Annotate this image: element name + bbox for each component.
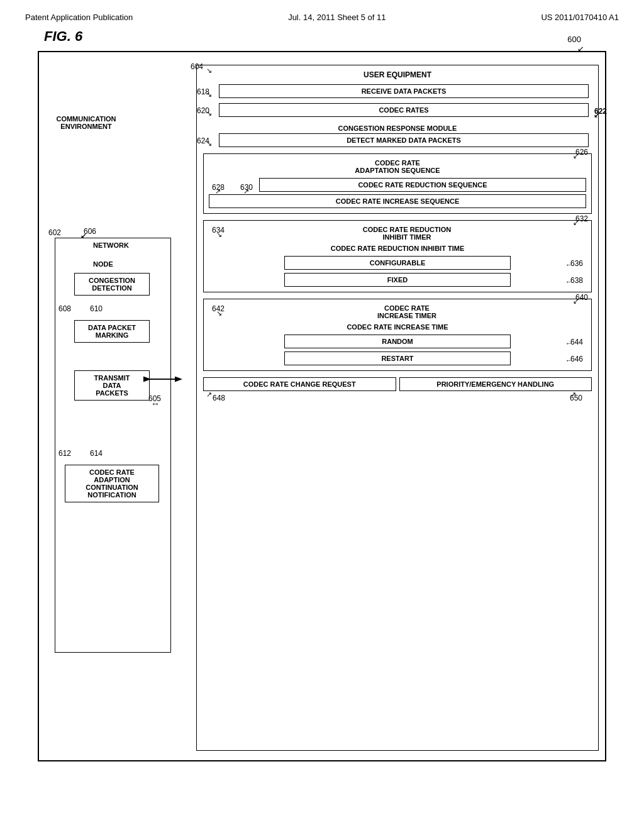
codec-rate-increase-timer-label: CODEC RATEINCREASE TIMER bbox=[228, 304, 586, 319]
arrow-636: ← bbox=[565, 261, 572, 268]
arrow-626: ↙ bbox=[573, 152, 579, 160]
priority-emergency-handling-wrapper: PRIORITY/EMERGENCY HANDLING 650 ↗ bbox=[399, 377, 592, 391]
codec-rate-reduction-inhibit-section: 632 ↙ 634 ↘ CODEC RATE REDUCTIONINHIBIT … bbox=[203, 220, 592, 292]
arrow-638: ← bbox=[565, 278, 572, 285]
codec-rate-adaptation-label: CODEC RATEADAPTATION SEQUENCE bbox=[209, 159, 586, 174]
codec-rate-reduction-sequence-box: CODEC RATE REDUCTION SEQUENCE bbox=[259, 178, 586, 192]
header-middle: Jul. 14, 2011 Sheet 5 of 11 bbox=[288, 13, 386, 22]
arrow-634: ↘ bbox=[216, 231, 222, 239]
codec-rate-reduction-inhibit-time-label: CODEC RATE REDUCTION INHIBIT TIME bbox=[209, 245, 586, 252]
receive-data-packets-box: RECEIVE DATA PACKETS bbox=[219, 84, 589, 98]
fixed-box: FIXED bbox=[284, 273, 511, 287]
diagram-ref: 600 bbox=[567, 35, 581, 44]
data-packet-marking-box: DATA PACKETMARKING bbox=[74, 320, 150, 343]
codec-rate-adaption-box: CODEC RATEADAPTIONCONTINUATIONNOTIFICATI… bbox=[65, 465, 159, 502]
ref-614: 614 bbox=[90, 449, 103, 458]
ref-610: 610 bbox=[90, 304, 103, 313]
detect-marked-box: DETECT MARKED DATA PACKETS bbox=[219, 133, 589, 147]
priority-emergency-handling-box: PRIORITY/EMERGENCY HANDLING bbox=[399, 377, 592, 391]
arrow-650: ↗ bbox=[570, 390, 576, 399]
transmit-data-packets-box: TRANSMITDATAPACKETS bbox=[74, 370, 150, 401]
node-label: NODE bbox=[93, 260, 113, 268]
arrow-644: ← bbox=[565, 340, 572, 347]
header-left: Patent Application Publication bbox=[25, 13, 133, 22]
codec-rate-increase-time-label: CODEC RATE INCREASE TIME bbox=[209, 323, 586, 331]
arrow-642: ↘ bbox=[216, 309, 222, 318]
arrow-630: ↗ bbox=[243, 187, 249, 196]
codec-rate-reduction-inhibit-timer-label: CODEC RATE REDUCTIONINHIBIT TIMER bbox=[228, 226, 586, 241]
network-label: NETWORK bbox=[93, 241, 129, 249]
diagram-container: COMMUNICATION ENVIRONMENT 602 606 ↙ NETW… bbox=[38, 51, 606, 761]
codec-rate-change-request-box: CODEC RATE CHANGE REQUEST bbox=[203, 377, 396, 391]
congestion-response-module-label: CONGESTION RESPONSE MODULE bbox=[197, 124, 598, 132]
arrow-620: ↘ bbox=[206, 109, 212, 118]
ref-648: 648 bbox=[213, 394, 225, 402]
arrow-605: ↔ bbox=[151, 399, 160, 409]
codec-rate-change-request-wrapper: CODEC RATE CHANGE REQUEST 648 ↗ bbox=[203, 377, 396, 391]
configurable-box: CONFIGURABLE bbox=[284, 256, 511, 270]
page-header: Patent Application Publication Jul. 14, … bbox=[25, 13, 619, 22]
random-box: RANDOM bbox=[284, 335, 511, 348]
ref-602: 602 bbox=[48, 228, 61, 237]
codec-rate-increase-timer-section: 640 ↙ 642 ↘ CODEC RATEINCREASE TIMER COD… bbox=[203, 299, 592, 371]
ref-608: 608 bbox=[58, 304, 71, 313]
arrow-604: ↘ bbox=[206, 67, 212, 75]
arrow-606: ↙ bbox=[80, 232, 86, 240]
arrow-628: ↗ bbox=[215, 187, 221, 196]
header-right: US 2011/0170410 A1 bbox=[541, 13, 619, 22]
arrow-648: ↗ bbox=[206, 390, 212, 399]
arrow-618: ↘ bbox=[206, 91, 212, 99]
bottom-row: CODEC RATE CHANGE REQUEST 648 ↗ PRIORITY… bbox=[203, 377, 592, 391]
fig-label: FIG. 6 bbox=[44, 28, 82, 44]
codec-rates-box: CODEC RATES 622 ↙ bbox=[219, 103, 589, 117]
codec-rate-increase-sequence-box: CODEC RATE INCREASE SEQUENCE bbox=[209, 194, 586, 208]
congestion-detection-box: CONGESTIONDETECTION bbox=[74, 273, 150, 296]
codec-rate-adaptation-section: 626 ↙ CODEC RATEADAPTATION SEQUENCE 628 … bbox=[203, 153, 592, 214]
arrow-624: ↘ bbox=[206, 140, 212, 148]
ref-604: 604 bbox=[191, 62, 203, 71]
right-panel-box: 604 ↘ USER EQUIPMENT 618 ↘ RECEIVE DATA … bbox=[196, 65, 599, 751]
arrow-622: ↙ bbox=[594, 111, 599, 119]
ue-label: USER EQUIPMENT bbox=[197, 65, 598, 79]
ref-612: 612 bbox=[58, 449, 71, 458]
network-outer-box: 606 ↙ NETWORK NODE CONGESTIONDETECTION 6… bbox=[55, 238, 171, 653]
restart-box: RESTART bbox=[284, 351, 511, 365]
page: Patent Application Publication Jul. 14, … bbox=[0, 0, 644, 830]
arrow-646: ← bbox=[565, 357, 572, 364]
comm-env-label: COMMUNICATION ENVIRONMENT bbox=[48, 115, 124, 130]
